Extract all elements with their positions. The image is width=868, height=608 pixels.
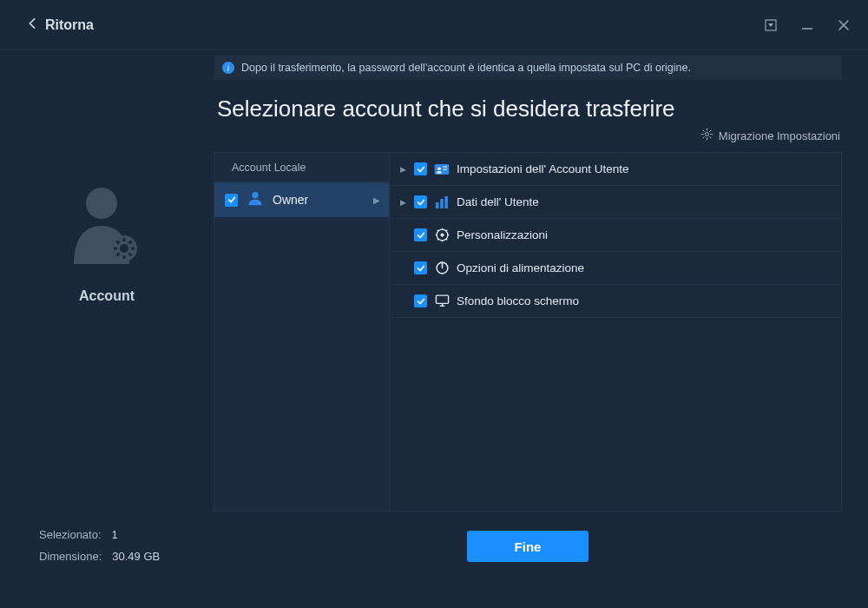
- person-icon: [247, 189, 264, 210]
- sidebar: Account Selezionato: 1 Dimensione: 30.49…: [0, 50, 214, 608]
- finish-bar: Fine: [214, 512, 842, 562]
- page-title: Selezionare account che si desidera tras…: [217, 96, 842, 122]
- window-controls: [764, 18, 851, 32]
- sidebar-stats: Selezionato: 1 Dimensione: 30.49 GB: [0, 528, 214, 608]
- power-icon: [434, 261, 450, 276]
- svg-point-16: [437, 167, 441, 170]
- svg-line-10: [129, 254, 132, 256]
- svg-point-14: [252, 192, 259, 199]
- id-card-icon: [434, 162, 450, 177]
- account-name: Owner: [273, 193, 365, 207]
- migration-settings-label: Migrazione Impostazioni: [719, 129, 840, 142]
- finish-button[interactable]: Fine: [467, 531, 589, 562]
- gear-icon: [434, 228, 450, 243]
- svg-line-29: [445, 239, 446, 240]
- chevron-right-icon[interactable]: ▶: [400, 165, 407, 174]
- bars-icon: [434, 195, 450, 210]
- chevron-right-icon[interactable]: ▶: [400, 198, 407, 207]
- svg-rect-34: [436, 295, 448, 303]
- svg-line-11: [117, 254, 120, 256]
- sidebar-section-label: Account: [79, 288, 135, 304]
- svg-rect-21: [444, 196, 448, 208]
- stats-selected-label: Selezionato:: [39, 528, 102, 541]
- setting-checkbox[interactable]: [414, 195, 427, 208]
- svg-point-2: [86, 188, 117, 219]
- setting-label: Impostazioni dell' Account Utente: [457, 162, 628, 175]
- setting-row-power[interactable]: ▶ Opzioni di alimentazione: [390, 252, 841, 285]
- setting-checkbox[interactable]: [414, 294, 427, 307]
- svg-line-28: [437, 230, 437, 231]
- setting-checkbox[interactable]: [414, 228, 427, 241]
- stats-selected-value: 1: [112, 528, 118, 541]
- svg-line-9: [117, 241, 120, 244]
- setting-checkbox[interactable]: [414, 261, 427, 274]
- stats-size-value: 30.49 GB: [112, 550, 160, 563]
- svg-line-12: [129, 241, 132, 244]
- dropdown-window-icon[interactable]: [764, 18, 778, 32]
- gear-icon: [700, 128, 713, 143]
- migration-settings-link[interactable]: Migrazione Impostazioni: [214, 128, 842, 152]
- panels: Account Locale Owner ▶ ▶: [214, 152, 842, 512]
- avatar: [70, 181, 143, 264]
- settings-column: ▶ Impostazioni dell' Account Utente ▶ Da…: [390, 153, 841, 511]
- minimize-icon[interactable]: [800, 18, 814, 32]
- info-icon: i: [222, 62, 234, 74]
- info-banner: i Dopo il trasferimento, la password del…: [214, 56, 842, 80]
- setting-label: Opzioni di alimentazione: [457, 261, 584, 274]
- svg-point-13: [705, 133, 708, 136]
- svg-line-31: [445, 230, 446, 231]
- svg-rect-20: [440, 199, 444, 208]
- setting-row-user-account[interactable]: ▶ Impostazioni dell' Account Utente: [390, 153, 841, 186]
- setting-row-user-data[interactable]: ▶ Dati dell' Utente: [390, 186, 841, 219]
- close-icon[interactable]: [837, 18, 851, 32]
- stats-size-label: Dimensione:: [39, 550, 102, 563]
- titlebar: Ritorna: [0, 0, 868, 50]
- svg-point-23: [440, 233, 444, 236]
- setting-row-lockscreen[interactable]: ▶ Sfondo blocco schermo: [390, 285, 841, 318]
- setting-label: Dati dell' Utente: [457, 195, 539, 208]
- account-checkbox[interactable]: [225, 194, 238, 207]
- setting-label: Personalizzazioni: [457, 228, 548, 241]
- monitor-icon: [434, 294, 450, 309]
- back-label: Ritorna: [45, 17, 94, 33]
- accounts-header: Account Locale: [214, 153, 389, 182]
- svg-rect-19: [436, 202, 439, 208]
- back-arrow-icon: [26, 17, 38, 33]
- info-banner-text: Dopo il trasferimento, la password dell'…: [241, 62, 691, 74]
- back-button[interactable]: Ritorna: [26, 17, 94, 33]
- account-row-owner[interactable]: Owner ▶: [214, 182, 389, 217]
- content: i Dopo il trasferimento, la password del…: [214, 50, 868, 608]
- setting-row-personalization[interactable]: ▶ Personalizzazioni: [390, 219, 841, 252]
- setting-checkbox[interactable]: [414, 162, 427, 175]
- svg-line-30: [437, 239, 437, 240]
- setting-label: Sfondo blocco schermo: [457, 294, 579, 307]
- svg-point-4: [120, 244, 128, 253]
- accounts-column: Account Locale Owner ▶: [214, 153, 390, 511]
- chevron-right-icon: ▶: [373, 195, 380, 205]
